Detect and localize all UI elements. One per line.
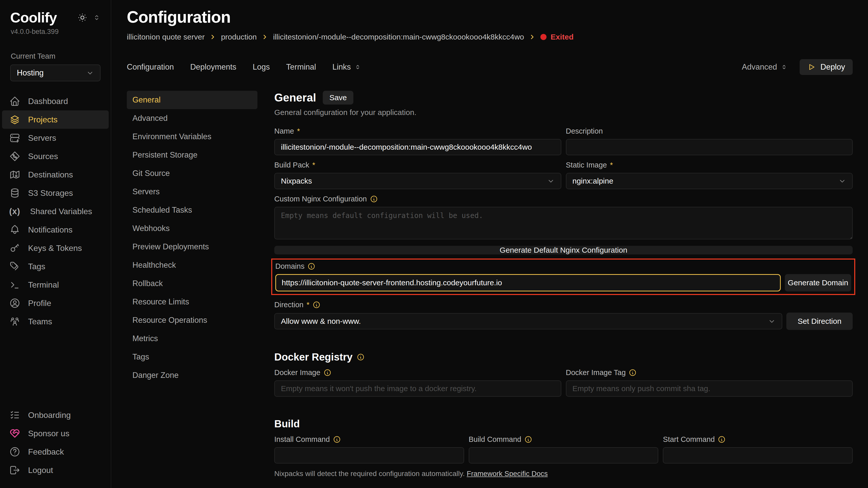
- info-icon: [357, 353, 365, 361]
- config-nav-healthcheck[interactable]: Healthcheck: [127, 256, 257, 274]
- sidebar-item-shared-variables[interactable]: (x) Shared Variables: [2, 202, 109, 221]
- breadcrumb-environment[interactable]: production: [221, 33, 257, 41]
- sidebar: Coolify v4.0.0-beta.399 Current Team Hos…: [0, 0, 111, 488]
- sidebar-item-teams[interactable]: Teams: [2, 312, 109, 331]
- sidebar-item-destinations[interactable]: Destinations: [2, 165, 109, 184]
- user-circle-icon: [9, 297, 21, 309]
- variables-icon: (x): [9, 206, 23, 216]
- generate-nginx-button[interactable]: Generate Default Nginx Configuration: [274, 246, 853, 255]
- sidebar-item-servers[interactable]: Servers: [2, 129, 109, 147]
- sidebar-nav: Dashboard Projects Servers Sources Desti…: [0, 92, 111, 331]
- breadcrumb-application[interactable]: illicitestonion/-module--decomposition:m…: [273, 33, 524, 41]
- sidebar-item-onboarding[interactable]: Onboarding: [2, 406, 109, 424]
- save-button[interactable]: Save: [323, 91, 353, 104]
- direction-select[interactable]: Allow www & non-www.: [274, 313, 782, 329]
- build-pack-select[interactable]: Nixpacks: [274, 173, 561, 189]
- section-subtitle: General configuration for your applicati…: [274, 108, 853, 117]
- tab-terminal[interactable]: Terminal: [286, 62, 316, 72]
- docker-image-input[interactable]: [274, 381, 561, 397]
- sun-icon[interactable]: [77, 12, 88, 23]
- main-content: Configuration illicitonion quote server …: [111, 0, 868, 488]
- config-nav-preview-deployments[interactable]: Preview Deployments: [127, 238, 257, 256]
- chevron-up-down-icon: [354, 63, 362, 71]
- theme-selector-icon[interactable]: [93, 14, 100, 22]
- info-icon: [718, 435, 725, 444]
- config-nav-metrics[interactable]: Metrics: [127, 329, 257, 348]
- info-icon: [629, 369, 637, 377]
- users-icon: [9, 316, 21, 327]
- deploy-button[interactable]: Deploy: [800, 59, 853, 75]
- sidebar-item-s3-storages[interactable]: S3 Storages: [2, 184, 109, 202]
- sidebar-item-sources[interactable]: Sources: [2, 147, 109, 165]
- config-nav-advanced[interactable]: Advanced: [127, 109, 257, 128]
- build-heading: Build: [274, 418, 853, 430]
- sidebar-item-sponsor-us[interactable]: Sponsor us: [2, 424, 109, 443]
- sidebar-item-projects[interactable]: Projects: [2, 110, 109, 129]
- info-icon: [524, 435, 532, 444]
- sidebar-item-logout[interactable]: Logout: [2, 461, 109, 479]
- team-select[interactable]: Hosting: [10, 65, 100, 82]
- domains-input[interactable]: [275, 274, 781, 291]
- tags-icon: [9, 261, 21, 272]
- config-nav-scheduled-tasks[interactable]: Scheduled Tasks: [127, 201, 257, 219]
- install-command-input[interactable]: [274, 447, 464, 463]
- info-icon: [307, 262, 315, 270]
- build-command-input[interactable]: [469, 447, 658, 463]
- info-icon: [323, 369, 332, 377]
- config-nav-servers[interactable]: Servers: [127, 183, 257, 201]
- sidebar-item-notifications[interactable]: Notifications: [2, 221, 109, 239]
- advanced-menu[interactable]: Advanced: [742, 62, 788, 72]
- chevron-down-icon: [768, 318, 776, 325]
- config-nav-git-source[interactable]: Git Source: [127, 164, 257, 183]
- tab-logs[interactable]: Logs: [253, 62, 270, 72]
- sidebar-item-dashboard[interactable]: Dashboard: [2, 92, 109, 110]
- framework-docs-link[interactable]: Framework Specific Docs: [467, 469, 548, 478]
- tab-deployments[interactable]: Deployments: [190, 62, 236, 72]
- database-icon: [9, 187, 21, 199]
- tab-links[interactable]: Links: [333, 62, 362, 72]
- sidebar-item-keys-tokens[interactable]: Keys & Tokens: [2, 239, 109, 257]
- config-nav-resource-operations[interactable]: Resource Operations: [127, 311, 257, 329]
- docker-image-label: Docker Image: [274, 368, 561, 377]
- start-command-input[interactable]: [663, 447, 853, 463]
- chevron-right-icon: [209, 33, 216, 40]
- config-nav-general[interactable]: General: [127, 91, 257, 109]
- name-input[interactable]: [274, 139, 561, 155]
- generate-domain-button[interactable]: Generate Domain: [785, 274, 851, 291]
- set-direction-button[interactable]: Set Direction: [786, 313, 853, 330]
- config-nav-tags[interactable]: Tags: [127, 348, 257, 366]
- sidebar-item-tags[interactable]: Tags: [2, 257, 109, 275]
- logout-icon: [9, 464, 21, 476]
- config-nav-persistent-storage[interactable]: Persistent Storage: [127, 146, 257, 164]
- sidebar-item-terminal[interactable]: Terminal: [2, 275, 109, 294]
- docker-image-tag-input[interactable]: [566, 381, 853, 397]
- config-nav-environment-variables[interactable]: Environment Variables: [127, 128, 257, 146]
- description-input[interactable]: [566, 139, 853, 155]
- home-icon: [9, 96, 21, 107]
- start-command-label: Start Command: [663, 435, 853, 444]
- config-nav-resource-limits[interactable]: Resource Limits: [127, 293, 257, 311]
- config-nav: General Advanced Environment Variables P…: [127, 91, 257, 488]
- help-circle-icon: [9, 446, 21, 457]
- tab-configuration[interactable]: Configuration: [127, 62, 174, 72]
- chevron-right-icon: [529, 33, 536, 40]
- info-icon: [370, 195, 378, 203]
- sidebar-item-feedback[interactable]: Feedback: [2, 443, 109, 461]
- sidebar-item-profile[interactable]: Profile: [2, 294, 109, 312]
- sidebar-footer-nav: Onboarding Sponsor us Feedback Logout: [0, 406, 111, 479]
- checklist-icon: [9, 410, 21, 421]
- info-icon: [313, 301, 320, 309]
- domains-highlight-box: Domains Generate Domain: [271, 259, 855, 295]
- static-image-select[interactable]: nginx:alpine: [566, 173, 853, 189]
- config-nav-webhooks[interactable]: Webhooks: [127, 219, 257, 238]
- custom-nginx-textarea[interactable]: [274, 207, 853, 239]
- key-icon: [9, 242, 21, 254]
- docker-registry-heading: Docker Registry: [274, 351, 853, 363]
- config-nav-danger-zone[interactable]: Danger Zone: [127, 366, 257, 385]
- config-nav-rollback[interactable]: Rollback: [127, 274, 257, 293]
- breadcrumb-project[interactable]: illicitonion quote server: [127, 33, 205, 41]
- chevron-down-icon: [547, 177, 555, 185]
- description-label: Description: [566, 127, 853, 135]
- app-version: v4.0.0-beta.399: [0, 28, 111, 36]
- terminal-icon: [9, 279, 21, 290]
